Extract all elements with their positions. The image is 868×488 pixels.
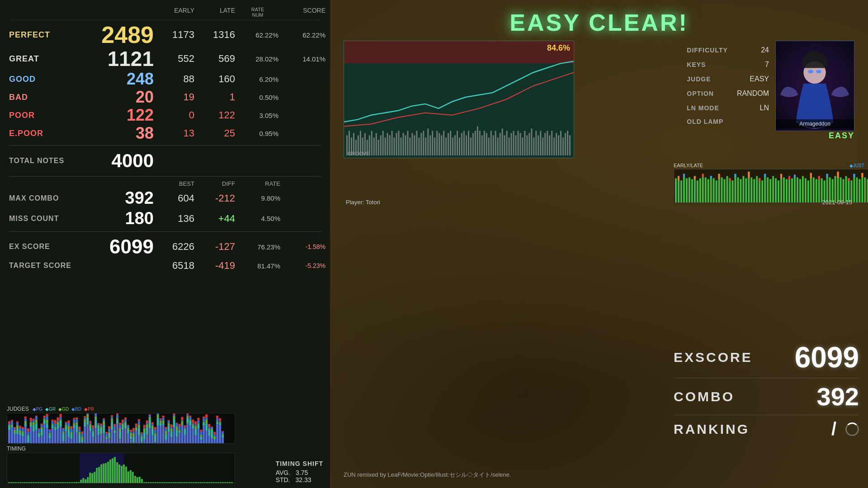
judges-chart-svg (7, 413, 235, 443)
judge-label: JUDGE (685, 72, 730, 86)
legend-pr: ◆PR (84, 407, 94, 412)
max-combo-diff: -212 (194, 192, 235, 204)
svg-rect-637 (764, 174, 766, 202)
svg-rect-548 (448, 133, 449, 155)
svg-rect-518 (380, 135, 382, 155)
svg-rect-246 (141, 436, 143, 442)
svg-rect-302 (170, 429, 173, 432)
svg-rect-325 (184, 435, 186, 443)
svg-rect-155 (92, 437, 94, 443)
svg-rect-347 (194, 426, 197, 429)
svg-rect-524 (394, 137, 395, 155)
svg-rect-97 (60, 420, 62, 421)
svg-rect-169 (97, 423, 99, 424)
svg-rect-49 (33, 419, 35, 420)
svg-rect-272 (154, 433, 156, 435)
svg-rect-598 (560, 131, 561, 155)
svg-rect-377 (211, 429, 213, 430)
svg-rect-582 (524, 131, 525, 155)
svg-rect-671 (856, 178, 858, 202)
svg-rect-551 (454, 135, 456, 155)
legend-pg: ◆PG (33, 407, 42, 412)
svg-rect-294 (165, 427, 167, 429)
svg-rect-122 (73, 423, 75, 425)
svg-rect-334 (186, 413, 189, 415)
svg-rect-342 (192, 424, 194, 426)
ex-score-rate-num: 76.23% (235, 243, 280, 251)
svg-rect-25 (22, 436, 24, 443)
svg-rect-337 (189, 420, 191, 421)
great-value: 1121 (99, 48, 154, 69)
svg-rect-475 (175, 482, 177, 483)
svg-rect-267 (151, 426, 154, 429)
svg-rect-229 (130, 430, 132, 432)
svg-rect-257 (146, 424, 148, 427)
svg-rect-127 (75, 422, 78, 424)
svg-rect-57 (38, 433, 40, 434)
svg-rect-443 (103, 464, 104, 483)
svg-rect-192 (111, 419, 113, 422)
svg-rect-182 (105, 436, 108, 438)
svg-rect-557 (468, 131, 469, 155)
svg-rect-648 (794, 175, 796, 202)
ln-mode-label: LN MODE (685, 101, 730, 115)
svg-rect-500 (231, 482, 233, 483)
svg-rect-171 (100, 428, 102, 434)
epoor-late: 25 (194, 127, 235, 139)
max-combo-label: MAX COMBO (9, 194, 99, 202)
svg-rect-125 (75, 433, 78, 443)
svg-rect-32 (24, 421, 27, 424)
svg-rect-26 (22, 433, 24, 436)
svg-rect-354 (197, 418, 199, 421)
ex-score-value: 6099 (99, 235, 154, 258)
svg-rect-175 (103, 433, 105, 443)
svg-rect-357 (200, 435, 202, 437)
svg-rect-237 (135, 428, 137, 430)
svg-rect-1 (8, 426, 10, 430)
legend-gr: ◆GR (45, 407, 56, 412)
svg-rect-375 (211, 438, 213, 443)
svg-rect-531 (409, 137, 410, 155)
miss-count-row: MISS COUNT 180 136 +44 4.50% (9, 208, 321, 229)
svg-rect-367 (205, 420, 208, 423)
svg-rect-546 (443, 131, 444, 155)
svg-rect-50 (35, 430, 38, 443)
difficulty-label: DIFFICULTY (685, 43, 730, 57)
svg-rect-590 (542, 137, 543, 155)
svg-rect-330 (186, 423, 189, 443)
svg-rect-470 (164, 482, 165, 483)
svg-rect-112 (67, 426, 70, 430)
svg-rect-556 (466, 135, 467, 155)
svg-rect-119 (70, 426, 72, 429)
svg-rect-82 (52, 424, 54, 425)
svg-rect-528 (402, 133, 404, 155)
total-notes-row: TOTAL NOTES 4000 (9, 148, 321, 174)
svg-rect-409 (26, 482, 28, 483)
svg-rect-477 (179, 482, 181, 483)
svg-rect-536 (420, 133, 422, 155)
svg-rect-660 (826, 174, 828, 202)
svg-rect-165 (97, 435, 99, 443)
perfect-rate-num: 62.22% (235, 31, 280, 39)
svg-rect-11 (14, 432, 16, 434)
combo-header: BEST DIFF RATE (9, 180, 321, 187)
svg-rect-43 (30, 421, 32, 422)
svg-rect-178 (103, 419, 105, 421)
svg-rect-494 (217, 482, 219, 483)
svg-rect-580 (519, 133, 521, 155)
svg-rect-332 (186, 416, 189, 418)
svg-rect-274 (154, 427, 156, 430)
difficulty-value: 24 (730, 43, 771, 57)
ranking-display-label: RANKING (674, 422, 750, 437)
svg-rect-327 (184, 429, 186, 430)
judge-value: EASY (730, 72, 771, 86)
svg-rect-247 (141, 436, 143, 437)
svg-rect-249 (141, 432, 143, 434)
svg-rect-68 (43, 418, 46, 419)
svg-rect-689 (694, 176, 696, 180)
svg-rect-324 (181, 417, 183, 421)
svg-rect-419 (49, 482, 51, 483)
svg-rect-201 (116, 419, 118, 424)
svg-rect-433 (80, 480, 82, 483)
exscore-display-label: EXSCORE (674, 350, 753, 365)
